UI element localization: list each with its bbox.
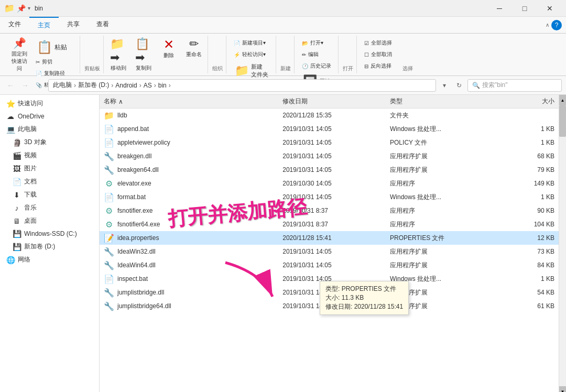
copy-path-button[interactable]: 📄 复制路径 (34, 68, 78, 79)
path-part-android[interactable]: Android (115, 82, 137, 89)
back-button[interactable]: ← (4, 79, 17, 92)
scrollbar-track[interactable]: ▲ ▼ (559, 95, 566, 392)
delete-icon: ✕ (164, 37, 174, 52)
sidebar-item-this-pc[interactable]: 💻 此电脑 (0, 123, 99, 136)
sidebar-item-windows-ssd[interactable]: 💾 Windows-SSD (C:) (0, 227, 99, 240)
edit-button[interactable]: ✏ 编辑 (300, 49, 334, 60)
delete-button[interactable]: ✕ 删除 (157, 35, 180, 74)
path-part-bin[interactable]: bin (158, 82, 167, 89)
refresh-button[interactable]: ↻ (453, 79, 465, 92)
new-folder-button[interactable]: 📁 新建文件夹 (232, 61, 271, 81)
sidebar-item-label-desktop: 桌面 (24, 216, 37, 225)
select-none-button[interactable]: ☐ 全部取消 (362, 49, 394, 60)
table-row[interactable]: ⚙ fsnotifier.exe 2019/10/31 8:37 应用程序 90… (100, 204, 559, 217)
file-list-container: 名称 ∧ 修改日期 类型 大小 📁 lldb 2020/11/28 15:35 … (100, 95, 559, 392)
table-row[interactable]: 📁 lldb 2020/11/28 15:35 文件夹 (100, 108, 559, 122)
rename-button[interactable]: ✏ 重命名 (182, 35, 205, 74)
sidebar-item-downloads[interactable]: ⬇ 下载 (0, 188, 99, 201)
collapse-ribbon-button[interactable]: ∧ (546, 22, 549, 28)
table-row[interactable]: 📄 format.bat 2019/10/31 14:05 Windows 批处… (100, 190, 559, 204)
edit-icon: ✏ (302, 52, 306, 58)
sidebar-item-pictures[interactable]: 🖼 图片 (0, 162, 99, 175)
tab-file[interactable]: 文件 (0, 17, 29, 33)
pin-to-quick-access-button[interactable]: 📌 固定到快速访问 (6, 38, 32, 71)
tab-view[interactable]: 查看 (88, 17, 117, 33)
copy-path-icon: 📄 (36, 71, 42, 77)
sidebar-item-music[interactable]: ♪ 音乐 (0, 201, 99, 214)
file-icon: ⚙ (104, 205, 114, 216)
new-vol-icon: 💾 (13, 243, 21, 251)
scrollbar-down-button[interactable]: ▼ (559, 386, 566, 392)
sidebar-item-onedrive[interactable]: ☁ OneDrive (0, 110, 99, 123)
tab-share[interactable]: 共享 (59, 17, 88, 33)
table-row[interactable]: 🔧 breakgen64.dll 2019/10/31 14:05 应用程序扩展… (100, 163, 559, 177)
sidebar-item-quick-access[interactable]: ⭐ 快速访问 (0, 97, 99, 110)
cut-button[interactable]: ✂ 剪切 (34, 57, 78, 67)
table-row[interactable]: 📝 idea.properties 2020/11/28 15:41 PROPE… (100, 231, 559, 245)
table-row[interactable]: 📄 appletviewer.policy 2019/10/31 14:05 P… (100, 136, 559, 149)
scrollbar-thumb[interactable] (559, 105, 566, 137)
path-part-as[interactable]: AS (144, 82, 152, 89)
sidebar-item-network[interactable]: 🌐 网络 (0, 253, 99, 266)
file-name-cell: ⚙ elevator.exe (104, 178, 282, 189)
copy-path-label: 复制路径 (44, 70, 65, 77)
col-name-header[interactable]: 名称 ∧ (104, 97, 282, 106)
titlebar-dropdown-icon[interactable]: ▾ (28, 5, 30, 11)
sidebar-item-videos[interactable]: 🎬 视频 (0, 149, 99, 162)
col-date-header[interactable]: 修改日期 (282, 97, 390, 106)
pin-label: 固定到快速访问 (9, 50, 29, 72)
move-to-button[interactable]: 📁➡ 移动到 (107, 35, 130, 74)
file-type: POLICY 文件 (390, 138, 497, 147)
tooltip-type: 类型: PROPERTIES 文件 (325, 285, 403, 293)
tooltip-size: 大小: 11.3 KB (325, 293, 403, 302)
up-button[interactable]: ↑ (34, 79, 46, 92)
forward-button[interactable]: → (19, 79, 31, 92)
maximize-button[interactable]: □ (513, 0, 537, 17)
scrollbar-up-button[interactable]: ▲ (559, 95, 566, 105)
table-row[interactable]: 🔧 IdeaWin64.dll 2019/10/31 14:05 应用程序扩展 … (100, 258, 559, 272)
help-button[interactable]: ? (551, 20, 562, 30)
file-tooltip: 类型: PROPERTIES 文件 大小: 11.3 KB 修改日期: 2020… (320, 281, 409, 315)
sidebar-item-documents[interactable]: 📄 文档 (0, 175, 99, 188)
history-button[interactable]: 🕐 历史记录 (300, 61, 334, 71)
new-item-button[interactable]: 📄 新建项目▾ (232, 38, 271, 48)
file-date: 2019/10/31 14:05 (282, 139, 390, 146)
path-part-volume[interactable]: 新加卷 (D:) (78, 81, 109, 90)
file-name: inspect.bat (117, 275, 148, 282)
sidebar-item-desktop[interactable]: 🖥 桌面 (0, 214, 99, 227)
sidebar-item-label-new-vol: 新加卷 (D:) (24, 242, 55, 251)
select-all-button[interactable]: ☑ 全部选择 (362, 38, 394, 48)
tab-home[interactable]: 主页 (29, 17, 59, 33)
titlebar: 📁 📌 ▾ bin ─ □ ✕ (0, 0, 566, 17)
file-type: Windows 批处理... (390, 193, 497, 202)
table-row[interactable]: ⚙ elevator.exe 2019/10/30 14:05 应用程序 149… (100, 177, 559, 190)
col-size-header[interactable]: 大小 (497, 97, 554, 106)
easy-access-button[interactable]: ⚡ 轻松访问▾ (232, 49, 271, 60)
videos-icon: 🎬 (13, 151, 21, 160)
address-path[interactable]: 此电脑 › 新加卷 (D:) › Android › AS › bin › (48, 79, 436, 92)
history-icon: 🕐 (302, 63, 308, 69)
close-button[interactable]: ✕ (538, 0, 562, 17)
table-row[interactable]: 📄 append.bat 2019/10/31 14:05 Windows 批处… (100, 122, 559, 136)
sidebar-item-new-vol[interactable]: 💾 新加卷 (D:) (0, 240, 99, 253)
table-row[interactable]: 🔧 breakgen.dll 2019/10/31 14:05 应用程序扩展 6… (100, 149, 559, 163)
minimize-button[interactable]: ─ (487, 0, 511, 17)
invert-select-button[interactable]: ⊟ 反向选择 (362, 61, 394, 71)
open-button[interactable]: 📂 打开▾ (300, 38, 334, 48)
search-box[interactable]: 🔍 搜索"bin" (467, 79, 562, 92)
path-part-this-pc[interactable]: 此电脑 (53, 81, 72, 90)
copy-to-button[interactable]: 📋➡ 复制到 (132, 35, 155, 74)
onedrive-icon: ☁ (6, 112, 15, 121)
paste-button[interactable]: 📋 粘贴 (34, 39, 78, 56)
file-size: 79 KB (497, 166, 554, 173)
address-dropdown-button[interactable]: ▾ (438, 79, 451, 92)
file-name-cell: 🔧 jumplistbridge.dll (104, 287, 282, 298)
sidebar-item-3d[interactable]: 🗿 3D 对象 (0, 136, 99, 149)
table-row[interactable]: ⚙ fsnotifier64.exe 2019/10/31 8:37 应用程序 … (100, 217, 559, 231)
file-date: 2019/10/31 14:05 (282, 166, 390, 173)
easy-access-icon: ⚡ (234, 52, 240, 58)
search-icon: 🔍 (472, 82, 480, 89)
table-row[interactable]: 🔧 IdeaWin32.dll 2019/10/31 14:05 应用程序扩展 … (100, 245, 559, 258)
col-type-header[interactable]: 类型 (390, 97, 497, 106)
sidebar-item-label-videos: 视频 (24, 151, 37, 160)
